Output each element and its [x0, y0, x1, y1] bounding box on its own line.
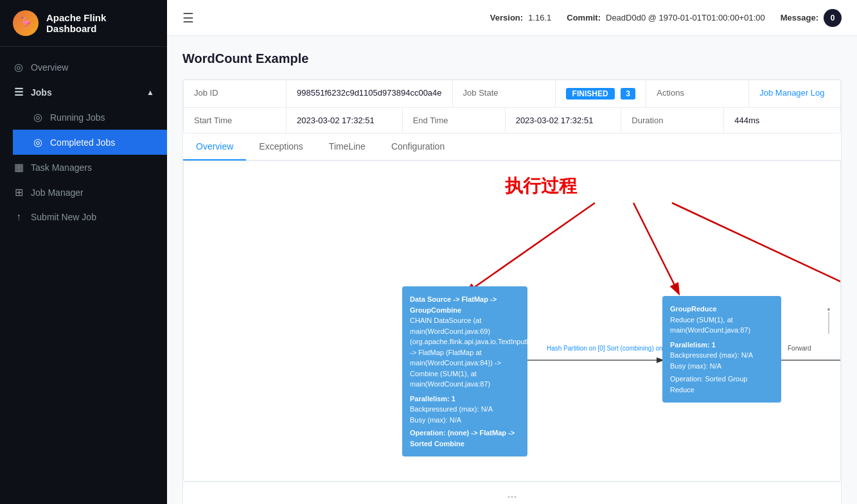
- diagram-node-2[interactable]: GroupReduce Reduce (SUM(1), at main(Word…: [662, 296, 781, 403]
- sidebar-item-completed-jobs[interactable]: ◎ Completed Jobs: [13, 130, 167, 155]
- job-state-value: FINISHED 3: [556, 80, 647, 107]
- jobs-label: Jobs: [31, 87, 52, 98]
- commit-value: DeadD0d0 @ 1970-01-01T01:00:00+01:00: [606, 13, 765, 22]
- actions-label: Actions: [646, 80, 749, 107]
- message-badge[interactable]: 0: [824, 9, 842, 27]
- scroll-handle[interactable]: [824, 308, 834, 334]
- annotation-text: 执行过程: [505, 174, 577, 198]
- duration-label: Duration: [621, 108, 724, 133]
- sidebar-item-task-managers[interactable]: ▦ Task Managers: [0, 155, 167, 180]
- message-count: 0: [831, 13, 835, 22]
- duration-value: 444ms: [724, 108, 840, 133]
- app-logo: 🦩: [13, 10, 39, 36]
- commit-label: Commit:: [567, 13, 601, 22]
- main-content: ☰ Version: 1.16.1 Commit: DeadD0d0 @ 197…: [167, 0, 857, 504]
- svg-line-1: [633, 203, 678, 293]
- running-jobs-label: Running Jobs: [50, 112, 105, 123]
- jobs-expand-icon: ▲: [146, 88, 154, 97]
- version-value: 1.16.1: [528, 13, 551, 22]
- topbar-left: ☰: [182, 10, 194, 26]
- actions-value: Job Manager Log: [749, 80, 840, 107]
- sidebar-item-running-jobs[interactable]: ◎ Running Jobs: [13, 105, 167, 130]
- node1-body: CHAIN DataSource (at main(WordCount.java…: [410, 317, 554, 388]
- info-row-2: Start Time 2023-03-02 17:32:51 End Time …: [184, 108, 840, 133]
- node1-operation: Operation: (none) -> FlatMap -> Sorted C…: [410, 428, 520, 449]
- message-label: Message:: [781, 13, 818, 22]
- job-state-label: Job State: [453, 80, 556, 107]
- jobs-icon: ☰: [13, 86, 24, 98]
- node2-title: GroupReduce: [670, 304, 773, 315]
- state-num-badge: 3: [621, 88, 635, 100]
- jobs-submenu: ◎ Running Jobs ◎ Completed Jobs: [0, 105, 167, 155]
- completed-jobs-icon: ◎: [32, 136, 44, 148]
- node1-parallelism: Parallelism: 1: [410, 394, 520, 404]
- node2-body: Reduce (SUM(1), at main(WordCount.java:8…: [670, 316, 750, 335]
- sidebar-item-overview[interactable]: ◎ Overview: [0, 55, 167, 80]
- submit-job-icon: ↑: [13, 211, 24, 223]
- diagram-node-1[interactable]: Data Source -> FlatMap -> GroupCombine C…: [402, 286, 527, 456]
- info-row-1: Job ID 998551f6232c9d1105d973894cc00a4e …: [184, 80, 840, 108]
- node2-busy: Busy (max): N/A: [670, 361, 773, 372]
- node1-title: Data Source -> FlatMap -> GroupCombine: [410, 294, 520, 315]
- sidebar-item-submit-new-job[interactable]: ↑ Submit New Job: [0, 205, 167, 229]
- tabs-bar: Overview Exceptions TimeLine Configurati…: [183, 134, 841, 161]
- sidebar-item-jobs[interactable]: ☰ Jobs ▲: [0, 80, 167, 105]
- job-id-value: 998551f6232c9d1105d973894cc00a4e: [287, 80, 453, 107]
- overview-label: Overview: [31, 62, 68, 73]
- start-time-label: Start Time: [184, 108, 287, 133]
- svg-line-2: [672, 203, 840, 293]
- topbar-right: Version: 1.16.1 Commit: DeadD0d0 @ 1970-…: [490, 9, 842, 27]
- svg-line-0: [466, 203, 595, 293]
- node2-backpressured: Backpressured (max): N/A: [670, 350, 773, 361]
- logo-emoji: 🦩: [19, 16, 33, 30]
- version-label: Version:: [490, 13, 523, 22]
- end-time-value: 2023-03-02 17:32:51: [506, 108, 622, 133]
- job-manager-log-link[interactable]: Job Manager Log: [759, 88, 824, 98]
- task-managers-label: Task Managers: [31, 162, 92, 173]
- tab-exceptions[interactable]: Exceptions: [246, 134, 315, 161]
- bottom-dots: ...: [183, 482, 841, 504]
- tab-configuration[interactable]: Configuration: [378, 134, 457, 161]
- node1-busy: Busy (max): N/A: [410, 415, 520, 426]
- content-area: WordCount Example Job ID 998551f6232c9d1…: [167, 36, 857, 504]
- info-table: Job ID 998551f6232c9d1105d973894cc00a4e …: [183, 80, 841, 134]
- sidebar-header: 🦩 Apache Flink Dashboard: [0, 0, 167, 47]
- svg-text:Forward: Forward: [788, 345, 811, 352]
- node2-parallelism: Parallelism: 1: [670, 340, 773, 351]
- app-title: Apache Flink Dashboard: [46, 12, 154, 34]
- sidebar-nav: ◎ Overview ☰ Jobs ▲ ◎ Running Jobs ◎ Com…: [0, 47, 167, 504]
- page-title: WordCount Example: [182, 51, 842, 66]
- submit-new-job-label: Submit New Job: [31, 212, 96, 222]
- overview-icon: ◎: [13, 61, 24, 73]
- tab-timeline[interactable]: TimeLine: [316, 134, 378, 161]
- completed-jobs-label: Completed Jobs: [50, 137, 115, 148]
- diagram-container: 执行过程: [183, 161, 841, 482]
- start-time-value: 2023-03-02 17:32:51: [287, 108, 403, 133]
- job-id-label: Job ID: [184, 80, 287, 107]
- sidebar-item-job-manager[interactable]: ⊞ Job Manager: [0, 180, 167, 205]
- job-manager-icon: ⊞: [13, 186, 24, 198]
- tab-overview[interactable]: Overview: [183, 134, 246, 161]
- sidebar: 🦩 Apache Flink Dashboard ◎ Overview ☰ Jo…: [0, 0, 167, 504]
- menu-icon[interactable]: ☰: [182, 10, 194, 26]
- end-time-label: End Time: [403, 108, 506, 133]
- node1-backpressured: Backpressured (max): N/A: [410, 404, 520, 415]
- job-info-panel: Job ID 998551f6232c9d1105d973894cc00a4e …: [182, 79, 842, 504]
- running-jobs-icon: ◎: [32, 111, 44, 123]
- diagram-inner: 执行过程: [184, 161, 840, 481]
- node2-operation: Operation: Sorted Group Reduce: [670, 374, 773, 395]
- finished-badge: FINISHED: [566, 88, 615, 100]
- job-manager-label: Job Manager: [31, 187, 84, 198]
- topbar: ☰ Version: 1.16.1 Commit: DeadD0d0 @ 197…: [167, 0, 857, 36]
- task-managers-icon: ▦: [13, 161, 24, 173]
